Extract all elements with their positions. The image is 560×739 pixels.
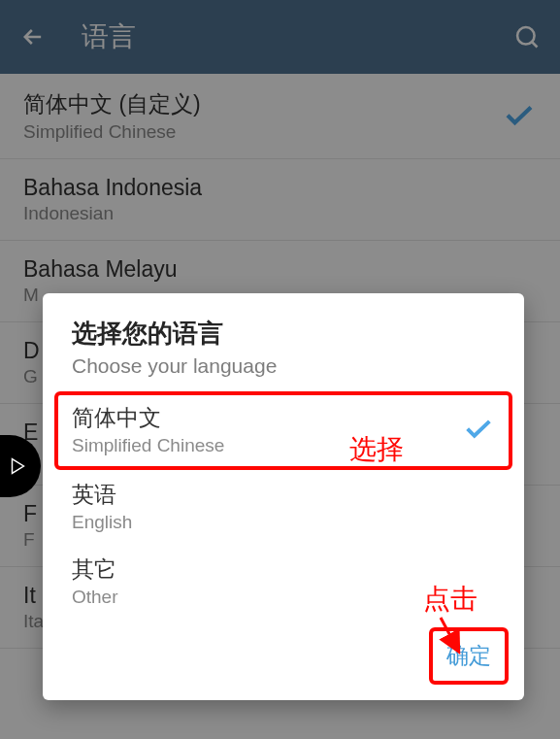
option-english-name: English xyxy=(72,512,132,533)
option-native-name: 英语 xyxy=(72,480,132,510)
annotation-arrow-icon xyxy=(433,614,468,660)
annotation-select-label: 选择 xyxy=(349,431,404,468)
annotation-click-label: 点击 xyxy=(423,581,478,618)
dialog-title: 选择您的语言 xyxy=(72,317,495,351)
option-native-name: 其它 xyxy=(72,554,118,585)
option-english-name: Other xyxy=(72,587,118,608)
dialog-option-selected[interactable]: 简体中文 Simplified Chinese xyxy=(54,391,512,470)
dialog-option[interactable]: 英语 English xyxy=(54,470,512,545)
check-icon xyxy=(462,412,495,449)
option-english-name: Simplified Chinese xyxy=(72,435,224,456)
dialog-subtitle: Choose your language xyxy=(72,354,495,378)
option-native-name: 简体中文 xyxy=(72,403,224,433)
